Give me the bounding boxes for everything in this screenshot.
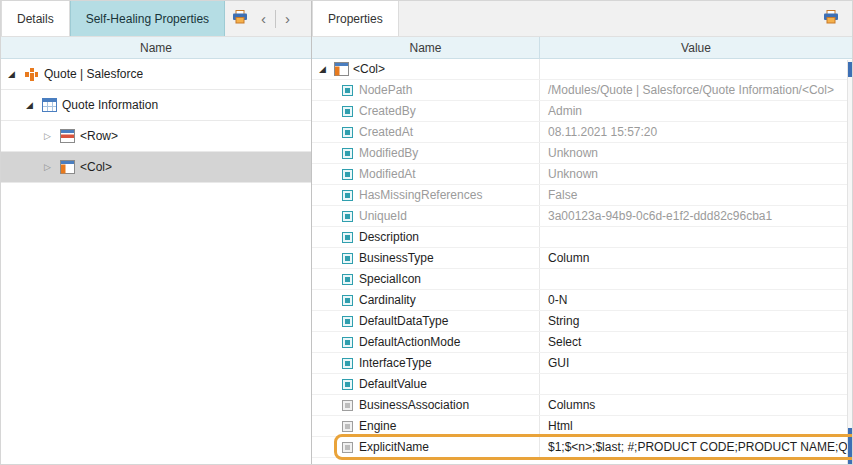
property-row-InterfaceType[interactable]: InterfaceTypeGUI bbox=[312, 353, 852, 374]
property-row-ExplicitName[interactable]: ExplicitName$1;$<n>;$last; #;PRODUCT COD… bbox=[312, 437, 852, 458]
property-value-cell[interactable]: False bbox=[540, 185, 852, 205]
caret-collapsed-icon[interactable]: ▷ bbox=[41, 131, 54, 141]
property-row-BusinessType[interactable]: BusinessTypeColumn bbox=[312, 248, 852, 269]
property-value-cell[interactable]: Unknown bbox=[540, 164, 852, 184]
property-name: ExplicitName bbox=[359, 440, 429, 454]
property-row-Engine[interactable]: EngineHtml bbox=[312, 416, 852, 437]
property-row-NodePath[interactable]: NodePath/Modules/Quote | Salesforce/Quot… bbox=[312, 80, 852, 101]
tree-node-label: Quote | Salesforce bbox=[44, 67, 143, 81]
property-value[interactable]: String bbox=[548, 314, 579, 328]
property-name-cell: CreatedBy bbox=[312, 101, 540, 121]
caret-expanded-icon[interactable]: ◢ bbox=[316, 64, 329, 74]
tab-scroll-right-icon[interactable]: › bbox=[279, 11, 296, 26]
tree-node-label: <Row> bbox=[80, 129, 118, 143]
property-icon bbox=[342, 337, 353, 348]
property-value[interactable]: 0-N bbox=[548, 293, 567, 307]
scrollbar-thumb-top[interactable] bbox=[848, 62, 852, 77]
property-row-DefaultActionMode[interactable]: DefaultActionModeSelect bbox=[312, 332, 852, 353]
right-tabbar: Properties bbox=[312, 1, 852, 37]
scrollbar-thumb-bottom[interactable] bbox=[848, 428, 852, 464]
tree-node[interactable]: ◢ Quote Information bbox=[1, 90, 311, 121]
property-value[interactable]: Unknown bbox=[548, 167, 598, 181]
property-value-cell[interactable]: Admin bbox=[540, 101, 852, 121]
property-value-cell[interactable]: GUI bbox=[540, 353, 852, 373]
property-value-cell[interactable]: $1;$<n>;$last; #;PRODUCT CODE;PRODUCT NA… bbox=[540, 437, 852, 457]
property-row-DefaultValue[interactable]: DefaultValue bbox=[312, 374, 852, 395]
caret-expanded-icon[interactable]: ◢ bbox=[5, 69, 18, 79]
property-value-cell[interactable] bbox=[540, 374, 852, 394]
property-value-cell[interactable]: 08.11.2021 15:57:20 bbox=[540, 122, 852, 142]
table-icon bbox=[41, 98, 57, 113]
left-tabbar: Details Self-Healing Properties ‹ › bbox=[1, 1, 311, 37]
property-value[interactable]: GUI bbox=[548, 356, 569, 370]
print-button[interactable] bbox=[225, 1, 255, 36]
property-row-UniqueId[interactable]: UniqueId3a00123a-94b9-0c6d-e1f2-ddd82c96… bbox=[312, 206, 852, 227]
tree-node[interactable]: ▷ <Col> bbox=[1, 152, 311, 183]
property-value-cell[interactable]: 0-N bbox=[540, 290, 852, 310]
property-row-CreatedBy[interactable]: CreatedByAdmin bbox=[312, 101, 852, 122]
property-row-CreatedAt[interactable]: CreatedAt08.11.2021 15:57:20 bbox=[312, 122, 852, 143]
property-row-ModifiedBy[interactable]: ModifiedByUnknown bbox=[312, 143, 852, 164]
property-row-Description[interactable]: Description bbox=[312, 227, 852, 248]
property-name: Engine bbox=[359, 419, 396, 433]
property-name: HasMissingReferences bbox=[359, 188, 482, 202]
property-value-cell[interactable]: 3a00123a-94b9-0c6d-e1f2-ddd82c96cba1 bbox=[540, 206, 852, 226]
root-name-cell: ◢ <Col> bbox=[312, 59, 540, 79]
caret-collapsed-icon[interactable]: ▷ bbox=[41, 162, 54, 172]
property-row-HasMissingReferences[interactable]: HasMissingReferencesFalse bbox=[312, 185, 852, 206]
col-icon bbox=[333, 62, 349, 77]
tree-node[interactable]: ◢ Quote | Salesforce bbox=[1, 59, 311, 90]
property-row-BusinessAssociation[interactable]: BusinessAssociationColumns bbox=[312, 395, 852, 416]
property-value-cell[interactable]: Column bbox=[540, 248, 852, 268]
tab-details[interactable]: Details bbox=[1, 1, 70, 36]
printer-icon bbox=[232, 10, 248, 27]
property-value-cell[interactable]: /Modules/Quote | Salesforce/Quote Inform… bbox=[540, 80, 852, 100]
property-value-cell[interactable]: Unknown bbox=[540, 143, 852, 163]
property-value[interactable]: Select bbox=[548, 335, 581, 349]
grid-header: Name Value bbox=[312, 37, 852, 59]
property-name-cell: BusinessType bbox=[312, 248, 540, 268]
vertical-scrollbar[interactable] bbox=[847, 60, 852, 464]
print-button[interactable] bbox=[816, 10, 846, 27]
property-value[interactable]: Admin bbox=[548, 104, 582, 118]
property-icon bbox=[342, 316, 353, 327]
property-name-cell: NodePath bbox=[312, 80, 540, 100]
property-value[interactable]: Column bbox=[548, 251, 589, 265]
tab-properties[interactable]: Properties bbox=[312, 1, 399, 36]
property-row-DefaultDataType[interactable]: DefaultDataTypeString bbox=[312, 311, 852, 332]
property-value-cell[interactable]: Select bbox=[540, 332, 852, 352]
property-row-ModifiedAt[interactable]: ModifiedAtUnknown bbox=[312, 164, 852, 185]
property-name: BusinessAssociation bbox=[359, 398, 469, 412]
property-icon bbox=[342, 400, 353, 411]
property-value-cell[interactable]: String bbox=[540, 311, 852, 331]
property-value[interactable]: /Modules/Quote | Salesforce/Quote Inform… bbox=[548, 83, 834, 97]
property-row-Cardinality[interactable]: Cardinality0-N bbox=[312, 290, 852, 311]
tree-column-header[interactable]: Name bbox=[1, 37, 311, 59]
printer-icon bbox=[823, 10, 839, 27]
property-icon bbox=[342, 232, 353, 243]
property-value[interactable]: $1;$<n>;$last; #;PRODUCT CODE;PRODUCT NA… bbox=[548, 440, 848, 454]
column-header-value[interactable]: Value bbox=[540, 37, 852, 58]
property-row-SpecialIcon[interactable]: SpecialIcon bbox=[312, 269, 852, 290]
property-icon bbox=[342, 169, 353, 180]
property-value-cell[interactable] bbox=[540, 227, 852, 247]
property-value[interactable]: Html bbox=[548, 419, 573, 433]
tab-self-healing-properties[interactable]: Self-Healing Properties bbox=[70, 1, 225, 36]
tab-scroll-left-icon[interactable]: ‹ bbox=[255, 11, 272, 26]
property-value-cell[interactable]: Columns bbox=[540, 395, 852, 415]
property-name: BusinessType bbox=[359, 251, 434, 265]
module-icon bbox=[23, 67, 39, 82]
tree-node[interactable]: ▷ <Row> bbox=[1, 121, 311, 152]
property-value[interactable]: 3a00123a-94b9-0c6d-e1f2-ddd82c96cba1 bbox=[548, 209, 772, 223]
caret-expanded-icon[interactable]: ◢ bbox=[23, 100, 36, 110]
property-value[interactable]: Unknown bbox=[548, 146, 598, 160]
property-name-cell: DefaultDataType bbox=[312, 311, 540, 331]
property-name-cell: InterfaceType bbox=[312, 353, 540, 373]
property-value-cell[interactable] bbox=[540, 269, 852, 289]
property-value[interactable]: False bbox=[548, 188, 577, 202]
grid-root-row[interactable]: ◢ <Col> bbox=[312, 59, 852, 80]
property-value-cell[interactable]: Html bbox=[540, 416, 852, 436]
property-value[interactable]: 08.11.2021 15:57:20 bbox=[548, 125, 657, 139]
property-value[interactable]: Columns bbox=[548, 398, 595, 412]
column-header-name[interactable]: Name bbox=[312, 37, 540, 58]
